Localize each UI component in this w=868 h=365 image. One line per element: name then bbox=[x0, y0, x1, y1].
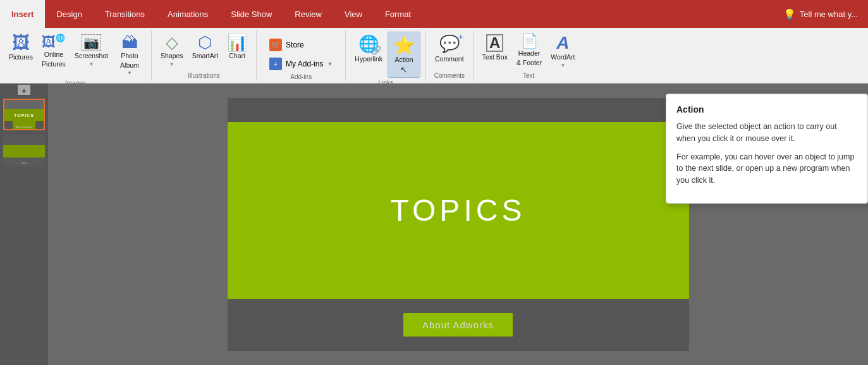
slide-top-bar bbox=[228, 98, 689, 122]
my-addins-button[interactable]: + My Add-ins ▼ bbox=[264, 56, 338, 72]
tell-me-area[interactable]: 💡 Tell me what y... bbox=[773, 0, 868, 28]
shapes-button[interactable]: ◇ Shapes ▼ bbox=[157, 32, 187, 70]
tab-slideshow[interactable]: Slide Show bbox=[219, 0, 283, 28]
links-group: 🌐 🔗 Hyperlink ⭐ Action ↖ Links bbox=[346, 30, 426, 80]
tooltip-para-2: For example, you can hover over an objec… bbox=[676, 151, 857, 187]
images-group: 🖼 Pictures 🖼🌐 Online Pictures 📷 Screensh… bbox=[0, 30, 152, 80]
slide-thumbnail-1[interactable]: TOPICS About Adworks bbox=[3, 99, 45, 130]
hyperlink-button[interactable]: 🌐 🔗 Hyperlink bbox=[351, 32, 386, 66]
tab-review[interactable]: Review bbox=[283, 0, 333, 28]
comment-icon: 💬 + bbox=[439, 34, 460, 54]
images-group-items: 🖼 Pictures 🖼🌐 Online Pictures 📷 Screensh… bbox=[5, 32, 146, 78]
store-button[interactable]: 🛒 Store bbox=[264, 37, 309, 53]
illustrations-group-items: ◇ Shapes ▼ ⬡ SmartArt 📊 Chart bbox=[157, 32, 251, 71]
shapes-icon: ◇ bbox=[166, 34, 178, 51]
slide-canvas: TOPICS About Adworks bbox=[228, 98, 689, 351]
smartart-icon: ⬡ bbox=[198, 34, 212, 51]
online-pictures-button[interactable]: 🖼🌐 Online Pictures bbox=[38, 32, 70, 70]
illustrations-group: ◇ Shapes ▼ ⬡ SmartArt 📊 Chart Illustrati… bbox=[152, 30, 257, 80]
pictures-button[interactable]: 🖼 Pictures bbox=[5, 32, 37, 64]
textbox-button[interactable]: A Text Box bbox=[479, 32, 511, 64]
main-area: ▲ TOPICS About Adworks text bbox=[0, 84, 868, 365]
wordart-icon: A bbox=[556, 34, 569, 52]
online-pictures-icon: 🖼🌐 bbox=[42, 34, 65, 49]
myaddin-icon: + bbox=[269, 58, 282, 70]
chart-icon: 📊 bbox=[227, 34, 247, 51]
slide-bottom-bar: About Adworks bbox=[228, 299, 689, 351]
comment-button[interactable]: 💬 + Comment bbox=[431, 32, 468, 66]
slide-panel: ▲ TOPICS About Adworks text bbox=[0, 84, 48, 365]
lightbulb-icon: 💡 bbox=[783, 8, 796, 20]
tab-transitions[interactable]: Transitions bbox=[94, 0, 156, 28]
smartart-button[interactable]: ⬡ SmartArt bbox=[188, 32, 222, 63]
header-footer-button[interactable]: 📄 Header & Footer bbox=[513, 32, 546, 69]
canvas-area: TOPICS About Adworks Action Give the sel… bbox=[48, 84, 868, 365]
tab-format[interactable]: Format bbox=[374, 0, 422, 28]
action-star-icon: ⭐ bbox=[393, 35, 415, 56]
text-group-label: Text bbox=[523, 72, 534, 79]
slide-bottom-label: About Adworks bbox=[403, 313, 513, 337]
cursor-icon: ↖ bbox=[400, 65, 408, 75]
tooltip-title: Action bbox=[676, 104, 857, 114]
slide-body: TOPICS bbox=[228, 122, 689, 299]
chart-button[interactable]: 📊 Chart bbox=[223, 32, 251, 63]
illustrations-group-label: Illustrations bbox=[188, 72, 220, 79]
action-button[interactable]: ⭐ Action ↖ bbox=[388, 32, 420, 78]
header-footer-icon: 📄 bbox=[521, 34, 538, 48]
screenshot-button[interactable]: 📷 Screenshot ▼ bbox=[71, 32, 112, 70]
addins-group-label: Add-ins bbox=[290, 73, 312, 80]
store-icon: 🛒 bbox=[269, 39, 282, 51]
tooltip-body: Give the selected object an action to ca… bbox=[676, 121, 857, 187]
photo-album-button[interactable]: 🏔 Photo Album ▼ bbox=[113, 32, 146, 78]
textbox-icon: A bbox=[486, 34, 503, 52]
hyperlink-icon: 🌐 🔗 bbox=[358, 34, 379, 54]
tab-animations[interactable]: Animations bbox=[156, 0, 219, 28]
ribbon: 🖼 Pictures 🖼🌐 Online Pictures 📷 Screensh… bbox=[0, 28, 868, 84]
comments-group: 💬 + Comment Comments bbox=[426, 30, 474, 80]
slide-title: TOPICS bbox=[391, 193, 526, 228]
slide-thumbnail-2[interactable]: text bbox=[3, 135, 45, 167]
photo-album-icon: 🏔 bbox=[121, 34, 138, 51]
tab-insert[interactable]: Insert bbox=[0, 0, 45, 28]
tab-design[interactable]: Design bbox=[45, 0, 93, 28]
text-group: A Text Box 📄 Header & Footer A WordArt ▼… bbox=[474, 30, 584, 80]
tab-view[interactable]: View bbox=[333, 0, 374, 28]
comments-group-label: Comments bbox=[434, 72, 465, 79]
screenshot-icon: 📷 bbox=[82, 34, 101, 51]
action-tooltip: Action Give the selected object an actio… bbox=[666, 94, 868, 204]
pictures-icon: 🖼 bbox=[12, 34, 30, 52]
wordart-button[interactable]: A WordArt ▼ bbox=[547, 32, 578, 71]
addins-group: 🛒 Store + My Add-ins ▼ Add-ins bbox=[257, 30, 346, 80]
scroll-up-button[interactable]: ▲ bbox=[18, 85, 30, 95]
tab-bar: Insert Design Transitions Animations Sli… bbox=[0, 0, 868, 28]
tooltip-para-1: Give the selected object an action to ca… bbox=[676, 121, 857, 145]
